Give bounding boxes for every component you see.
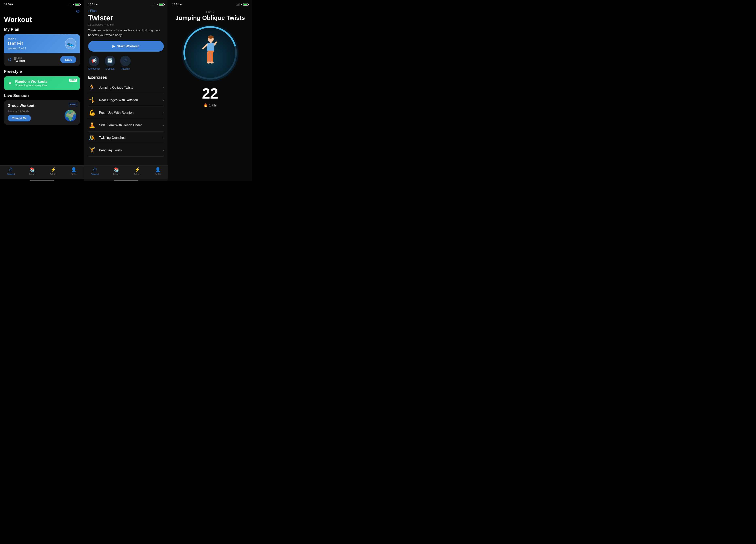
play-icon: ▶ (112, 44, 115, 48)
exercise-figure-5: 🤼 (88, 134, 96, 141)
location-icon-3: ▶ (180, 3, 181, 6)
svg-point-9 (207, 61, 210, 64)
profile-tab-icon: 👤 (71, 167, 76, 172)
announcer-button[interactable]: 📢 Announcer (88, 56, 100, 70)
tab-library-1[interactable]: 📚 Library (29, 167, 36, 175)
tab-activity-1[interactable]: ⚡ Activity (50, 167, 56, 175)
exercise-figure-3: 💪 (88, 109, 96, 116)
panel3-top: 1 of 12 Jumping Oblique Twists (168, 7, 252, 107)
exercise-counter: 1 of 12 (206, 10, 214, 14)
exercises-label: Exercises (88, 75, 164, 80)
status-bar-2: 10:51 ▶ ▾ (84, 0, 168, 7)
chevron-icon-6: › (163, 148, 164, 152)
plan-card-top: WEEK 1 Get Fit Workout 2 of 2 👟 (4, 34, 80, 53)
location-icon-1: ▶ (12, 3, 13, 6)
exercise-item-3[interactable]: 💪 Push-Ups With Rotation › (88, 106, 164, 119)
live-session-label: Live Session (4, 93, 80, 98)
favorite-button[interactable]: ♡ Favorite (120, 56, 131, 70)
favorite-label: Favorite (121, 67, 130, 70)
chevron-icon-5: › (163, 136, 164, 140)
exercise-name-1: Jumping Oblique Twists (99, 86, 160, 89)
tab-profile-2[interactable]: 👤 Profile (155, 167, 161, 175)
exercise-figure-6: 🏋 (88, 147, 96, 154)
shoe-icon: 👟 (65, 38, 76, 49)
exercise-name-6: Bent Leg Twists (99, 148, 160, 152)
status-bar-1: 10:50 ▶ ▾ (0, 0, 84, 7)
announcer-label: Announcer (88, 67, 100, 70)
home-indicator-2 (114, 180, 138, 181)
globe-icon: 🌍 (64, 109, 77, 122)
plan-card[interactable]: WEEK 1 Get Fit Workout 2 of 2 👟 ↺ Next u… (4, 34, 80, 66)
library-tab-label-2: Library (113, 173, 120, 175)
signal-1 (68, 3, 71, 6)
exercise-name-4: Side Plank With Reach Under (99, 123, 160, 127)
back-label: Plan (90, 9, 97, 13)
time-2: 10:51 (88, 3, 95, 6)
signal-2 (152, 3, 155, 6)
start-workout-button[interactable]: ▶ Start Workout (88, 41, 164, 52)
activity-tab-icon-2: ⚡ (134, 167, 140, 172)
panel-twister: 10:51 ▶ ▾ ‹ Plan Twister 12 exercises, 7… (84, 0, 168, 181)
exercise-item-2[interactable]: 🤸 Rear Lunges With Rotation › (88, 94, 164, 106)
svg-line-5 (214, 42, 216, 45)
back-link[interactable]: ‹ Plan (84, 7, 168, 14)
profile-tab-label: Profile (71, 173, 76, 175)
start-workout-label: Start Workout (117, 44, 139, 48)
circuit-button[interactable]: 🔄 1 Circuit (105, 56, 115, 70)
back-chevron-icon: ‹ (88, 9, 89, 13)
exercise-item-4[interactable]: 🧘 Side Plank With Reach Under › (88, 119, 164, 131)
chevron-icon-3: › (163, 111, 164, 114)
tab-activity-2[interactable]: ⚡ Activity (134, 167, 141, 175)
activity-tab-label-2: Activity (134, 173, 141, 175)
tab-library-2[interactable]: 📚 Library (113, 167, 120, 175)
tab-workout-1[interactable]: ⏱ Workout (7, 167, 15, 175)
workout-options: 📢 Announcer 🔄 1 Circuit ♡ Favorite (88, 56, 164, 70)
battery-icon-2 (159, 3, 164, 6)
twister-meta: 12 exercises, 7:50 min (88, 23, 164, 26)
svg-rect-8 (210, 52, 213, 62)
library-tab-icon-2: 📚 (114, 167, 119, 172)
start-button[interactable]: Start (60, 56, 76, 63)
exercise-figure-svg (199, 35, 221, 71)
workout-tab-icon: ⏱ (9, 167, 13, 172)
announcer-icon: 📢 (91, 58, 97, 64)
workout-tab-label-2: Workout (91, 173, 99, 175)
exercise-list: 🏃 Jumping Oblique Twists › 🤸 Rear Lunges… (88, 81, 164, 157)
location-icon-2: ▶ (96, 3, 97, 6)
freestyle-card[interactable]: FREE ✦ Random Workouts Something fresh e… (4, 76, 80, 90)
home-indicator-1 (30, 180, 54, 181)
freestyle-title: Random Workouts (15, 79, 48, 84)
exercise-item-5[interactable]: 🤼 Twisting Crunches › (88, 131, 164, 144)
panel-workout: 10:50 ▶ ▾ ⚙ Workout My Plan WEEK 1 (0, 0, 84, 181)
cal-info: 🔥 1 cal (203, 103, 217, 107)
panel1-header: ⚙ (0, 7, 84, 15)
settings-gear-icon[interactable]: ⚙ (76, 9, 80, 14)
next-up-row: ↺ Next up Twister (8, 57, 25, 63)
chevron-icon-4: › (163, 123, 164, 127)
favorite-icon-circle: ♡ (120, 56, 131, 66)
freestyle-label: Freestyle (4, 69, 80, 74)
tab-profile-1[interactable]: 👤 Profile (71, 167, 76, 175)
circuit-label: 1 Circuit (106, 67, 114, 70)
tab-bar-1: ⏱ Workout 📚 Library ⚡ Activity 👤 Profile (0, 165, 84, 179)
svg-rect-7 (207, 52, 210, 62)
library-tab-icon: 📚 (30, 167, 35, 172)
exercise-item-6[interactable]: 🏋 Bent Leg Twists › (88, 144, 164, 157)
exercise-item-1[interactable]: 🏃 Jumping Oblique Twists › (88, 81, 164, 94)
activity-tab-icon: ⚡ (50, 167, 56, 172)
favorite-icon: ♡ (123, 58, 127, 64)
wifi-icon-1: ▾ (73, 3, 74, 6)
tab-workout-2[interactable]: ⏱ Workout (91, 167, 99, 175)
status-bar-3: 10:51 ▶ ▾ (168, 0, 252, 7)
battery-icon-3 (243, 3, 248, 6)
svg-point-1 (208, 35, 214, 39)
panel-exercise: 10:51 ▶ ▾ 1 of 12 Jumping Oblique Twists (168, 0, 252, 181)
freestyle-sub: Something fresh every time (15, 84, 48, 87)
exercise-figure-4: 🧘 (88, 122, 96, 128)
svg-line-4 (203, 45, 207, 48)
remind-me-button[interactable]: Remind Me (8, 115, 31, 121)
panel1-scroll: Workout My Plan WEEK 1 Get Fit Workout 2… (0, 15, 84, 165)
chevron-icon-2: › (163, 98, 164, 102)
circuit-icon-circle: 🔄 (105, 56, 115, 66)
signal-3 (236, 3, 239, 6)
